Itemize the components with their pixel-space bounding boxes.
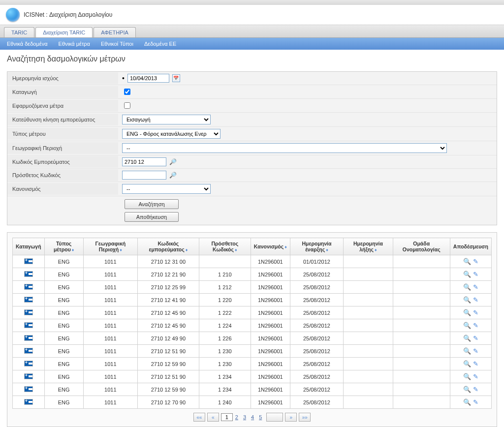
primary-tabs: TARIC Διαχείριση TARIC ΑΦΕΤΗΡΙΑ [0, 25, 504, 38]
edit-icon[interactable]: ✎ [473, 335, 478, 342]
view-icon[interactable]: 🔍 [463, 335, 471, 342]
save-button[interactable]: Αποθήκευση [125, 212, 179, 222]
cell-measure-type: ENG [44, 370, 83, 383]
edit-icon[interactable]: ✎ [473, 283, 478, 291]
additional-code-input[interactable] [122, 171, 166, 180]
edit-icon[interactable]: ✎ [473, 373, 478, 380]
view-icon[interactable]: 🔍 [463, 386, 471, 393]
page-number[interactable]: 5 [256, 414, 264, 420]
edit-icon[interactable]: ✎ [473, 386, 478, 393]
sort-icon: ♦ [235, 247, 237, 252]
col-additional[interactable]: Πρόσθετος Κωδικός♦ [199, 238, 251, 255]
cell-actions: 🔍✎ [450, 332, 491, 345]
cell-start-date: 25/08/2012 [290, 319, 343, 332]
cell-additional: 1 234 [199, 370, 251, 383]
edit-icon[interactable]: ✎ [473, 398, 478, 406]
edit-icon[interactable]: ✎ [473, 347, 478, 355]
col-release[interactable]: Αποδέσμευση [450, 238, 491, 255]
tab-taric[interactable]: TARIC [4, 27, 34, 37]
subtab-national-types[interactable]: Εθνικοί Τύποι [101, 41, 133, 47]
cell-origin [13, 332, 45, 345]
edit-icon[interactable]: ✎ [473, 309, 478, 316]
cell-geo: 1011 [83, 345, 137, 358]
cell-regulation: 1N296001 [251, 319, 290, 332]
edit-icon[interactable]: ✎ [473, 360, 478, 367]
cell-measure-type: ENG [44, 306, 83, 319]
tab-manage-taric[interactable]: Διαχείριση TARIC [35, 27, 93, 37]
table-row: ENG10112710 12 49 901 2261N29600125/08/2… [13, 332, 492, 345]
cell-commodity: 2710 12 59 90 [138, 383, 199, 396]
view-icon[interactable]: 🔍 [463, 296, 471, 304]
view-icon[interactable]: 🔍 [463, 373, 471, 380]
cell-end-date [344, 281, 393, 294]
page-prev-button[interactable]: « [207, 413, 219, 422]
cell-measure-type: ENG [44, 294, 83, 306]
cell-measure-type: ENG [44, 396, 83, 409]
cell-actions: 🔍✎ [450, 255, 491, 268]
subtab-national-data[interactable]: Εθνικά δεδομένα [7, 41, 48, 47]
app-title: ICISNet : Διαχείριση Δασμολογίου [24, 11, 112, 18]
subtab-national-measures[interactable]: Εθνικά μέτρα [59, 41, 90, 47]
view-icon[interactable]: 🔍 [463, 271, 471, 278]
cell-geo: 1011 [83, 370, 137, 383]
table-row: ENG10112710 12 70 901 2401N29600125/08/2… [13, 396, 492, 409]
page-number[interactable]: 3 [241, 414, 249, 420]
cell-geo: 1011 [83, 332, 137, 345]
geo-select[interactable]: -- [122, 143, 447, 153]
col-origin[interactable]: Καταγωγή [13, 238, 45, 255]
cell-end-date [344, 294, 393, 306]
view-icon[interactable]: 🔍 [463, 398, 471, 406]
view-icon[interactable]: 🔍 [463, 347, 471, 355]
regulation-select[interactable]: -- [122, 184, 211, 194]
page-goto-input[interactable] [266, 413, 283, 422]
origin-checkbox[interactable] [124, 89, 130, 95]
col-nomenclature-group[interactable]: Ομάδα Ονοματολογίας [393, 238, 450, 255]
flag-greece-icon [24, 373, 33, 379]
edit-icon[interactable]: ✎ [473, 322, 478, 329]
col-measure-type[interactable]: Τύπος μέτρου♦ [44, 238, 83, 255]
cell-nomenclature-group [393, 383, 450, 396]
flag-greece-icon [24, 309, 33, 315]
calendar-icon[interactable]: 📅 [172, 74, 180, 82]
page-last-button[interactable]: »» [299, 413, 311, 422]
cell-actions: 🔍✎ [450, 358, 491, 370]
cell-origin [13, 268, 45, 281]
measure-type-select[interactable]: ENG - Φόρος κατανάλωσης Ενερ [122, 129, 220, 139]
lookup-commodity-icon[interactable]: 🔎 [169, 158, 177, 165]
col-commodity[interactable]: Κωδικός εμπορεύματος♦ [138, 238, 199, 255]
view-icon[interactable]: 🔍 [463, 322, 471, 329]
direction-select[interactable]: Εισαγωγή [122, 115, 211, 124]
lookup-additional-code-icon[interactable]: 🔎 [169, 172, 177, 179]
view-icon[interactable]: 🔍 [463, 309, 471, 316]
subtab-eu-data[interactable]: Δεδομένα ΕΕ [144, 41, 176, 47]
cell-additional: 1 224 [199, 319, 251, 332]
edit-icon[interactable]: ✎ [473, 296, 478, 304]
cell-end-date [344, 358, 393, 370]
page-next-button[interactable]: » [285, 413, 297, 422]
view-icon[interactable]: 🔍 [463, 283, 471, 291]
view-icon[interactable]: 🔍 [463, 258, 471, 265]
cell-commodity: 2710 12 70 90 [138, 396, 199, 409]
view-icon[interactable]: 🔍 [463, 360, 471, 367]
page-first-button[interactable]: «« [193, 413, 205, 422]
col-end-date[interactable]: Ημερομηνία λήξης♦ [344, 238, 393, 255]
applied-measures-checkbox[interactable] [124, 102, 130, 109]
cell-nomenclature-group [393, 345, 450, 358]
cell-actions: 🔍✎ [450, 345, 491, 358]
cell-commodity: 2710 12 41 90 [138, 294, 199, 306]
edit-icon[interactable]: ✎ [473, 258, 478, 265]
edit-icon[interactable]: ✎ [473, 271, 478, 278]
col-geo[interactable]: Γεωγραφική Περιοχή♦ [83, 238, 137, 255]
search-button[interactable]: Αναζήτηση [125, 199, 179, 209]
page-number[interactable]: 2 [233, 414, 241, 420]
commodity-code-input[interactable] [122, 157, 166, 166]
effective-date-input[interactable] [127, 74, 169, 83]
flag-greece-icon [24, 348, 33, 354]
page-number[interactable]: 4 [249, 414, 256, 420]
sort-icon: ♦ [186, 247, 188, 252]
page-number[interactable]: 1 [221, 413, 233, 421]
tab-afetiria[interactable]: ΑΦΕΤΗΡΙΑ [94, 27, 136, 37]
col-start-date[interactable]: Ημερομηνία έναρξης♦ [290, 238, 343, 255]
cell-regulation: 1N296001 [251, 294, 290, 306]
col-regulation[interactable]: Κανονισμός♦ [251, 238, 290, 255]
